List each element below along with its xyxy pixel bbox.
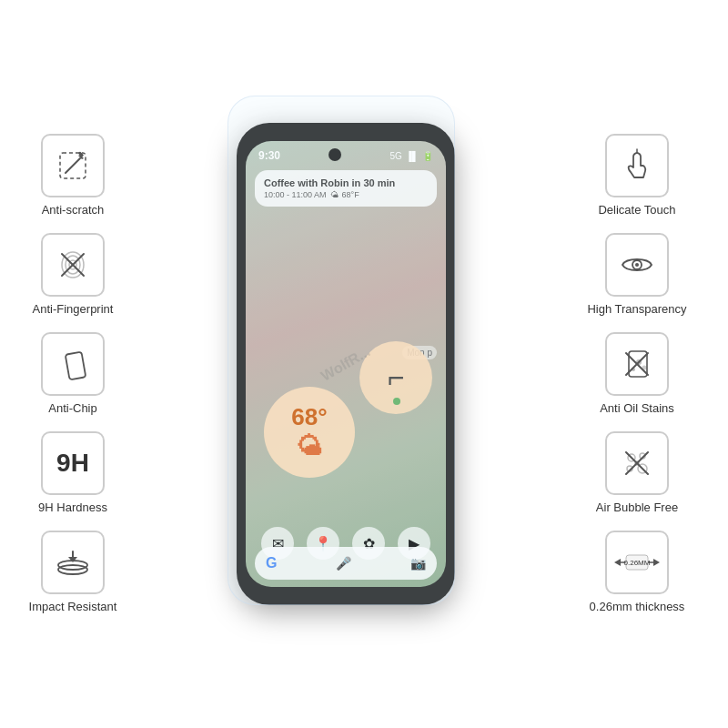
scratch-icon	[53, 146, 93, 186]
notif-time: 10:00 - 11:00 AM	[264, 190, 327, 199]
feature-anti-fingerprint: Anti-Fingerprint	[33, 233, 114, 316]
anti-oil-icon-box	[605, 332, 669, 396]
notif-sub: 10:00 - 11:00 AM 🌤 68°F	[264, 190, 428, 199]
touch-icon	[617, 146, 657, 186]
feature-impact-resistant: Impact Resistant	[29, 531, 117, 613]
svg-text:0.26MM: 0.26MM	[624, 559, 651, 567]
battery-icon: 🔋	[422, 151, 433, 161]
status-icons: 5G ▐▌ 🔋	[389, 151, 433, 161]
9h-label: 9H	[56, 449, 89, 478]
svg-point-17	[635, 263, 639, 267]
bubble-icon	[617, 443, 657, 483]
anti-scratch-label: Anti-scratch	[42, 203, 105, 217]
google-g-icon: G	[266, 555, 277, 571]
svg-marker-33	[653, 559, 660, 566]
right-features-column: Delicate Touch High Transparency	[546, 116, 728, 613]
feature-thickness: 0.26MM 0.26mm thickness	[590, 531, 685, 613]
network-label: 5G	[389, 151, 401, 161]
feature-9h-hardness: 9H 9H Hardness	[38, 431, 107, 514]
svg-marker-32	[614, 559, 621, 566]
oil-stain-icon	[617, 344, 657, 384]
weather-widget: 68° 🌤	[264, 387, 355, 478]
anti-chip-label: Anti-Chip	[48, 401, 96, 415]
anti-fingerprint-label: Anti-Fingerprint	[33, 302, 114, 316]
signal-icon: ▐▌	[406, 151, 419, 161]
weather-temp: 68°	[291, 403, 327, 431]
main-container: Anti-scratch Anti-Fingerprint	[0, 0, 728, 728]
feature-anti-chip: Anti-Chip	[41, 332, 105, 415]
eye-icon	[617, 245, 657, 285]
notif-sun-icon: 🌤	[330, 190, 339, 199]
anti-scratch-icon-box	[41, 134, 105, 197]
transparency-label: High Transparency	[587, 302, 686, 316]
fingerprint-icon	[53, 245, 93, 285]
svg-line-1	[66, 158, 80, 173]
feature-delicate-touch: Delicate Touch	[598, 134, 675, 217]
status-bar: 9:30 5G ▐▌ 🔋	[246, 141, 446, 167]
anti-chip-icon-box	[41, 332, 105, 396]
impact-icon-box	[41, 531, 105, 594]
green-dot	[393, 398, 400, 405]
transparency-icon-box	[605, 233, 669, 297]
delicate-touch-label: Delicate Touch	[598, 203, 675, 217]
feature-air-bubble: Air Bubble Free	[596, 431, 678, 514]
weather-sun-icon: 🌤	[297, 431, 322, 461]
impact-icon	[50, 542, 96, 582]
camera-hole	[329, 148, 341, 161]
anti-oil-label: Anti Oil Stains	[600, 401, 674, 415]
9h-icon-box: 9H	[41, 431, 105, 495]
feature-high-transparency: High Transparency	[587, 233, 686, 316]
bubble-icon-box	[605, 431, 669, 495]
air-bubble-label: Air Bubble Free	[596, 500, 678, 514]
mic-icon: 🎤	[336, 556, 351, 571]
thickness-icon: 0.26MM	[610, 542, 664, 582]
notification-card: Coffee with Robin in 30 min 10:00 - 11:0…	[255, 170, 437, 207]
hardness-label: 9H Hardness	[38, 500, 107, 514]
search-bar[interactable]: G 🎤 📷	[255, 547, 437, 580]
notif-temp: 68°F	[342, 190, 359, 199]
left-features-column: Anti-scratch Anti-Fingerprint	[0, 116, 146, 613]
feature-anti-scratch: Anti-scratch	[41, 134, 105, 217]
feature-anti-oil: Anti Oil Stains	[600, 332, 674, 415]
camera-search-icon: 📷	[410, 556, 426, 571]
status-time: 9:30	[258, 149, 280, 162]
svg-rect-10	[66, 351, 86, 379]
clock-hand: ⌐	[388, 363, 405, 392]
thickness-label: 0.26mm thickness	[590, 600, 685, 613]
svg-marker-14	[68, 557, 77, 562]
phone-area: WolfR... 9:30 5G ▐▌ 🔋 Coffee with Robin …	[146, 0, 546, 728]
phone-outer: WolfR... 9:30 5G ▐▌ 🔋 Coffee with Robin …	[237, 123, 455, 605]
phone-screen: WolfR... 9:30 5G ▐▌ 🔋 Coffee with Robin …	[246, 141, 446, 587]
delicate-touch-icon-box	[605, 134, 669, 197]
impact-label: Impact Resistant	[29, 600, 117, 613]
chip-icon	[53, 344, 93, 384]
notif-title: Coffee with Robin in 30 min	[264, 177, 428, 188]
thickness-icon-box: 0.26MM	[605, 531, 669, 594]
anti-fingerprint-icon-box	[41, 233, 105, 297]
